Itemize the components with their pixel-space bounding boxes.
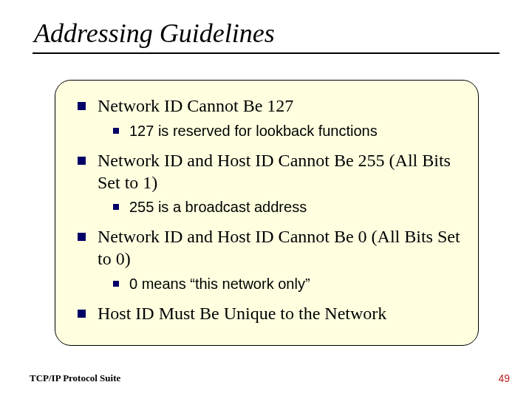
list-item: Network ID Cannot Be 127 xyxy=(78,95,460,117)
footer-text: TCP/IP Protocol Suite xyxy=(30,372,120,384)
bullet-text: 255 is a broadcast address xyxy=(129,198,307,216)
bullet-text: Network ID Cannot Be 127 xyxy=(98,95,293,117)
square-bullet-icon xyxy=(78,102,86,110)
square-bullet-icon xyxy=(78,310,86,318)
bullet-text: Network ID and Host ID Cannot Be 0 (All … xyxy=(98,226,460,270)
list-item: Host ID Must Be Unique to the Network xyxy=(78,303,460,325)
list-item: Network ID and Host ID Cannot Be 0 (All … xyxy=(78,226,460,270)
bullet-text: 0 means “this network only” xyxy=(129,275,310,293)
square-bullet-icon xyxy=(113,281,119,287)
title-underline xyxy=(33,52,499,54)
square-bullet-icon xyxy=(113,204,119,210)
page-number: 49 xyxy=(498,372,510,384)
slide-title: Addressing Guidelines xyxy=(34,18,275,49)
bullet-text: Network ID and Host ID Cannot Be 255 (Al… xyxy=(98,150,460,194)
bullet-text: 127 is reserved for lookback functions xyxy=(129,122,378,140)
list-item: 127 is reserved for lookback functions xyxy=(113,122,460,140)
square-bullet-icon xyxy=(113,128,119,134)
bullet-text: Host ID Must Be Unique to the Network xyxy=(98,303,386,325)
list-item: 255 is a broadcast address xyxy=(113,198,460,216)
square-bullet-icon xyxy=(78,233,86,241)
square-bullet-icon xyxy=(78,157,86,165)
list-item: Network ID and Host ID Cannot Be 255 (Al… xyxy=(78,150,460,194)
content-box: Network ID Cannot Be 127 127 is reserved… xyxy=(55,80,479,346)
list-item: 0 means “this network only” xyxy=(113,275,460,293)
